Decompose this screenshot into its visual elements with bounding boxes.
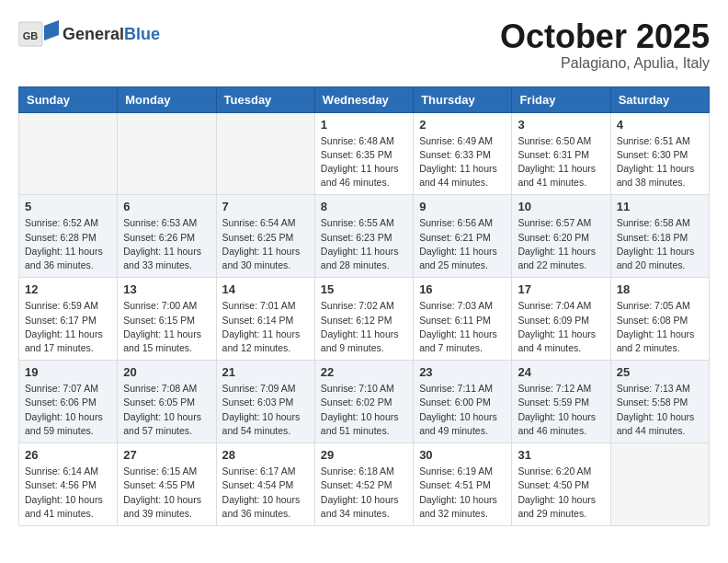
calendar-cell: [216, 112, 314, 195]
day-info: Sunrise: 6:48 AMSunset: 6:35 PMDaylight:…: [321, 134, 407, 190]
calendar-cell: 10Sunrise: 6:57 AMSunset: 6:20 PMDayligh…: [512, 195, 610, 278]
sunrise-text: Sunrise: 6:17 AM: [222, 465, 309, 478]
day-number: 15: [321, 282, 407, 296]
day-info: Sunrise: 6:56 AMSunset: 6:21 PMDaylight:…: [419, 216, 506, 272]
calendar-cell: 18Sunrise: 7:05 AMSunset: 6:08 PMDayligh…: [610, 278, 709, 361]
day-info: Sunrise: 7:13 AMSunset: 5:58 PMDaylight:…: [617, 382, 703, 438]
day-number: 4: [617, 118, 703, 132]
day-number: 24: [518, 365, 604, 379]
sunset-text: Sunset: 6:25 PM: [222, 231, 309, 245]
day-number: 8: [321, 200, 407, 213]
calendar-cell: 27Sunrise: 6:15 AMSunset: 4:55 PMDayligh…: [118, 443, 216, 526]
day-number: 18: [617, 282, 703, 296]
daylight-text: Daylight: 11 hours and 12 minutes.: [222, 327, 309, 355]
sunrise-text: Sunrise: 7:11 AM: [419, 382, 506, 396]
daylight-text: Daylight: 11 hours and 44 minutes.: [419, 162, 506, 190]
day-info: Sunrise: 6:15 AMSunset: 4:55 PMDaylight:…: [123, 465, 210, 521]
daylight-text: Daylight: 10 hours and 49 minutes.: [419, 410, 506, 438]
day-number: 2: [419, 118, 506, 132]
calendar-cell: 14Sunrise: 7:01 AMSunset: 6:14 PMDayligh…: [216, 278, 314, 361]
calendar-cell: [118, 112, 216, 195]
sunrise-text: Sunrise: 6:20 AM: [518, 465, 604, 478]
day-info: Sunrise: 7:07 AMSunset: 6:06 PMDaylight:…: [25, 382, 111, 438]
day-number: 26: [25, 448, 111, 462]
sunset-text: Sunset: 6:33 PM: [419, 148, 506, 162]
calendar-week-row: 1Sunrise: 6:48 AMSunset: 6:35 PMDaylight…: [19, 112, 710, 195]
calendar-cell: 15Sunrise: 7:02 AMSunset: 6:12 PMDayligh…: [314, 278, 413, 361]
day-info: Sunrise: 7:08 AMSunset: 6:05 PMDaylight:…: [123, 382, 210, 438]
day-info: Sunrise: 7:00 AMSunset: 6:15 PMDaylight:…: [123, 299, 210, 355]
day-info: Sunrise: 7:09 AMSunset: 6:03 PMDaylight:…: [222, 382, 309, 438]
calendar-cell: [610, 443, 709, 526]
sunset-text: Sunset: 4:54 PM: [222, 478, 309, 492]
daylight-text: Daylight: 10 hours and 29 minutes.: [518, 493, 604, 521]
weekday-header-monday: Monday: [118, 86, 216, 112]
day-info: Sunrise: 6:20 AMSunset: 4:50 PMDaylight:…: [518, 465, 604, 521]
day-number: 28: [222, 448, 309, 462]
day-info: Sunrise: 7:11 AMSunset: 6:00 PMDaylight:…: [419, 382, 506, 438]
sunset-text: Sunset: 6:31 PM: [518, 148, 604, 162]
daylight-text: Daylight: 11 hours and 9 minutes.: [321, 327, 407, 355]
day-number: 20: [123, 365, 210, 379]
day-info: Sunrise: 7:02 AMSunset: 6:12 PMDaylight:…: [321, 299, 407, 355]
day-info: Sunrise: 7:10 AMSunset: 6:02 PMDaylight:…: [321, 382, 407, 438]
day-number: 13: [123, 282, 210, 296]
calendar-cell: 3Sunrise: 6:50 AMSunset: 6:31 PMDaylight…: [512, 112, 610, 195]
logo-general: General: [63, 25, 124, 43]
sunrise-text: Sunrise: 6:51 AM: [617, 134, 703, 148]
daylight-text: Daylight: 10 hours and 32 minutes.: [419, 493, 506, 521]
sunrise-text: Sunrise: 7:02 AM: [321, 299, 407, 313]
daylight-text: Daylight: 10 hours and 57 minutes.: [123, 410, 210, 438]
weekday-header-tuesday: Tuesday: [216, 86, 314, 112]
day-info: Sunrise: 6:51 AMSunset: 6:30 PMDaylight:…: [617, 134, 703, 190]
sunset-text: Sunset: 6:09 PM: [518, 314, 604, 327]
weekday-header-sunday: Sunday: [19, 86, 118, 112]
weekday-header-saturday: Saturday: [610, 86, 709, 112]
calendar-cell: 6Sunrise: 6:53 AMSunset: 6:26 PMDaylight…: [118, 195, 216, 278]
day-info: Sunrise: 6:17 AMSunset: 4:54 PMDaylight:…: [222, 465, 309, 521]
calendar-table: SundayMondayTuesdayWednesdayThursdayFrid…: [18, 86, 710, 526]
sunrise-text: Sunrise: 7:04 AM: [518, 299, 604, 313]
day-info: Sunrise: 7:05 AMSunset: 6:08 PMDaylight:…: [617, 299, 703, 355]
daylight-text: Daylight: 11 hours and 22 minutes.: [518, 245, 604, 272]
day-number: 19: [25, 365, 111, 379]
daylight-text: Daylight: 10 hours and 34 minutes.: [321, 493, 407, 521]
sunrise-text: Sunrise: 7:03 AM: [419, 299, 506, 313]
calendar-cell: 13Sunrise: 7:00 AMSunset: 6:15 PMDayligh…: [118, 278, 216, 361]
sunset-text: Sunset: 6:21 PM: [419, 231, 506, 245]
logo-blue: Blue: [124, 25, 160, 43]
day-number: 27: [123, 448, 210, 462]
daylight-text: Daylight: 11 hours and 17 minutes.: [25, 327, 111, 355]
sunset-text: Sunset: 6:12 PM: [321, 314, 407, 327]
sunset-text: Sunset: 4:51 PM: [419, 478, 506, 492]
sunset-text: Sunset: 6:17 PM: [25, 314, 111, 327]
sunset-text: Sunset: 6:14 PM: [222, 314, 309, 327]
calendar-cell: 8Sunrise: 6:55 AMSunset: 6:23 PMDaylight…: [314, 195, 413, 278]
sunset-text: Sunset: 4:52 PM: [321, 478, 407, 492]
sunrise-text: Sunrise: 6:49 AM: [419, 134, 506, 148]
daylight-text: Daylight: 10 hours and 39 minutes.: [123, 493, 210, 521]
sunrise-text: Sunrise: 7:01 AM: [222, 299, 309, 313]
sunrise-text: Sunrise: 7:13 AM: [617, 382, 703, 396]
calendar-cell: 16Sunrise: 7:03 AMSunset: 6:11 PMDayligh…: [414, 278, 512, 361]
day-number: 30: [419, 448, 506, 462]
sunset-text: Sunset: 6:30 PM: [617, 148, 703, 162]
daylight-text: Daylight: 10 hours and 46 minutes.: [518, 410, 604, 438]
day-number: 5: [25, 200, 111, 213]
day-info: Sunrise: 6:57 AMSunset: 6:20 PMDaylight:…: [518, 216, 604, 272]
day-number: 10: [518, 200, 604, 213]
sunrise-text: Sunrise: 7:10 AM: [321, 382, 407, 396]
sunset-text: Sunset: 6:35 PM: [321, 148, 407, 162]
sunrise-text: Sunrise: 7:08 AM: [123, 382, 210, 396]
sunset-text: Sunset: 6:20 PM: [518, 231, 604, 245]
calendar-cell: 17Sunrise: 7:04 AMSunset: 6:09 PMDayligh…: [512, 278, 610, 361]
daylight-text: Daylight: 11 hours and 36 minutes.: [25, 245, 111, 272]
sunset-text: Sunset: 5:59 PM: [518, 396, 604, 409]
daylight-text: Daylight: 11 hours and 15 minutes.: [123, 327, 210, 355]
sunrise-text: Sunrise: 6:52 AM: [25, 216, 111, 230]
daylight-text: Daylight: 10 hours and 41 minutes.: [25, 493, 111, 521]
day-number: 29: [321, 448, 407, 462]
calendar-week-row: 26Sunrise: 6:14 AMSunset: 4:56 PMDayligh…: [19, 443, 710, 526]
sunrise-text: Sunrise: 6:19 AM: [419, 465, 506, 478]
weekday-header-wednesday: Wednesday: [314, 86, 413, 112]
